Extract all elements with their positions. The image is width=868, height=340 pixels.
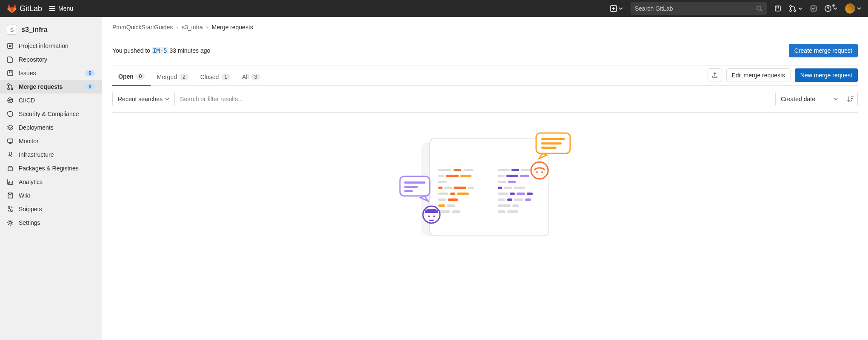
empty-state-illustration [112, 113, 858, 240]
tab-count: 1 [221, 74, 230, 80]
top-nav: GitLab Menu [0, 0, 868, 17]
svg-rect-39 [438, 204, 445, 207]
svg-rect-40 [447, 204, 455, 207]
svg-point-78 [428, 215, 430, 217]
svg-rect-50 [508, 181, 516, 183]
sort-direction-button[interactable] [843, 92, 858, 106]
svg-rect-68 [541, 142, 562, 144]
svg-rect-28 [460, 175, 471, 177]
menu-toggle[interactable]: Menu [49, 5, 73, 12]
sidebar-item-merge-requests[interactable]: Merge requests0 [0, 80, 102, 94]
project-avatar: S [7, 25, 17, 35]
svg-point-1 [757, 6, 761, 10]
svg-rect-57 [527, 193, 533, 195]
svg-rect-46 [498, 175, 505, 177]
sidebar-item-issues[interactable]: Issues0 [0, 66, 102, 80]
sidebar-item-wiki[interactable]: Wiki [0, 189, 102, 202]
chevron-down-icon [165, 97, 169, 101]
sidebar-item-security-compliance[interactable]: Security & Compliance [0, 107, 102, 121]
sidebar-item-ci-cd[interactable]: CI/CD [0, 94, 102, 107]
recent-searches-dropdown[interactable]: Recent searches [113, 92, 175, 106]
gitlab-logo-icon [7, 3, 17, 14]
svg-rect-61 [525, 198, 531, 201]
new-merge-request-button[interactable]: New merge request [795, 68, 858, 82]
push-notice-text: You pushed to IM-5 33 minutes ago [112, 47, 210, 54]
svg-rect-38 [448, 198, 458, 201]
plus-dropdown[interactable] [610, 5, 623, 12]
breadcrumb-separator: › [206, 24, 208, 31]
sidebar-item-label: Issues [19, 70, 80, 76]
create-merge-request-button[interactable]: Create merge request [789, 44, 858, 57]
sidebar-item-monitor[interactable]: Monitor [0, 134, 102, 148]
plus-icon [610, 5, 617, 12]
project-header[interactable]: S s3_infra [0, 20, 102, 39]
sidebar-item-settings[interactable]: Settings [0, 216, 102, 230]
logo[interactable]: GitLab [7, 3, 42, 14]
svg-point-71 [536, 171, 538, 173]
sort-dropdown[interactable]: Created date [775, 92, 843, 106]
breadcrumb-separator: › [176, 24, 178, 31]
filter-row: Recent searches Created date [112, 86, 858, 112]
tab-label: Merged [157, 74, 177, 80]
breadcrumb-link[interactable]: PmmQuickStartGuides [112, 24, 173, 31]
search-input[interactable] [635, 5, 756, 12]
shield-icon [7, 110, 14, 117]
svg-rect-48 [520, 175, 529, 177]
todos-nav-icon[interactable] [810, 5, 817, 12]
svg-point-72 [541, 171, 543, 173]
svg-rect-24 [454, 169, 461, 171]
cicd-icon [7, 97, 14, 104]
search-box[interactable] [631, 2, 767, 15]
count-badge: 0 [85, 70, 95, 76]
svg-point-5 [794, 10, 796, 11]
svg-point-4 [790, 10, 791, 11]
sidebar-item-infrastructure[interactable]: Infrastructure [0, 148, 102, 162]
svg-rect-23 [438, 169, 451, 171]
export-button[interactable] [708, 68, 722, 82]
sidebar-item-analytics[interactable]: Analytics [0, 175, 102, 189]
svg-rect-51 [498, 187, 502, 189]
tab-closed[interactable]: Closed1 [194, 68, 236, 85]
push-prefix: You pushed to [112, 47, 152, 54]
merge-requests-nav-icon[interactable] [789, 5, 802, 12]
sidebar-item-project-information[interactable]: Project information [0, 39, 102, 53]
svg-rect-63 [512, 204, 519, 207]
svg-rect-49 [498, 181, 506, 183]
svg-point-20 [9, 221, 11, 224]
help-nav-icon[interactable] [825, 5, 837, 12]
tab-open[interactable]: Open0 [112, 68, 151, 86]
sidebar-item-label: Project information [19, 42, 95, 49]
filter-input[interactable] [175, 92, 770, 106]
chart-icon [7, 178, 14, 185]
tab-merged[interactable]: Merged2 [151, 68, 194, 85]
svg-rect-56 [517, 193, 525, 195]
tab-all[interactable]: All3 [236, 68, 266, 85]
tab-actions: Edit merge requests New merge request [708, 68, 858, 85]
sidebar-item-deployments[interactable]: Deployments [0, 121, 102, 134]
chevron-down-icon [857, 6, 861, 11]
svg-rect-62 [498, 204, 511, 207]
push-suffix: 33 minutes ago [168, 47, 211, 54]
sidebar-item-label: Merge requests [19, 83, 80, 90]
breadcrumb-link[interactable]: s3_infra [182, 24, 203, 31]
sidebar-item-snippets[interactable]: Snippets [0, 202, 102, 216]
sidebar-item-packages-registries[interactable]: Packages & Registries [0, 162, 102, 175]
user-avatar[interactable] [845, 3, 855, 14]
notification-dot [832, 4, 835, 7]
brand-name: GitLab [20, 4, 42, 13]
sort-desc-icon [847, 96, 854, 102]
svg-rect-32 [454, 187, 466, 189]
tab-count: 2 [180, 74, 188, 80]
svg-rect-58 [498, 198, 505, 201]
chevron-down-icon [834, 97, 838, 101]
svg-rect-31 [444, 187, 452, 189]
branch-link[interactable]: IM-5 [152, 47, 168, 54]
svg-rect-2 [775, 6, 780, 11]
svg-rect-33 [468, 187, 474, 189]
issues-nav-icon[interactable] [774, 5, 781, 12]
sidebar-item-repository[interactable]: Repository [0, 53, 102, 66]
sidebar-item-label: Analytics [19, 178, 95, 185]
svg-rect-26 [438, 175, 444, 177]
edit-merge-requests-button[interactable]: Edit merge requests [726, 68, 791, 82]
sort-label: Created date [781, 96, 815, 102]
